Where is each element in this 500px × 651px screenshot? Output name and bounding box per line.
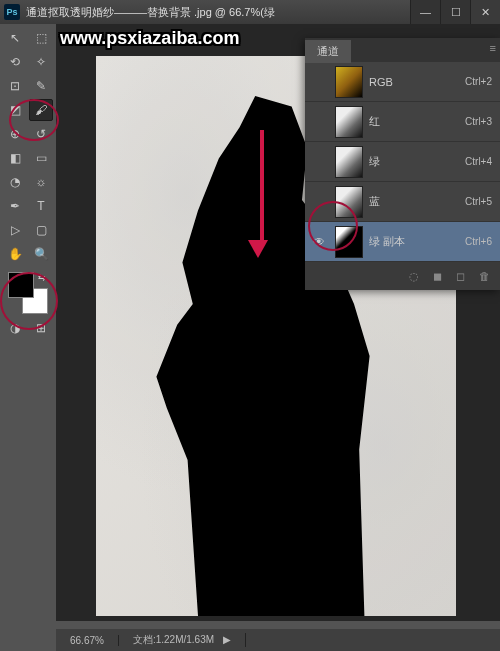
- type-tool[interactable]: T: [29, 195, 53, 217]
- channel-shortcut: Ctrl+4: [465, 156, 492, 167]
- move-tool[interactable]: ↖: [3, 27, 27, 49]
- visibility-icon[interactable]: 👁: [309, 235, 329, 249]
- channels-tab[interactable]: 通道: [305, 40, 351, 65]
- gradient-tool[interactable]: ▭: [29, 147, 53, 169]
- channel-thumbnail[interactable]: [335, 106, 363, 138]
- statusbar: 66.67% 文档:1.22M/1.63M ▶: [56, 629, 500, 651]
- panel-tabbar: 通道 ≡: [305, 38, 500, 62]
- titlebar: Ps 通道抠取透明婚纱———替换背景 .jpg @ 66.7%(绿 — ☐ ✕: [0, 0, 500, 24]
- save-mask-icon[interactable]: ◼: [433, 270, 442, 283]
- channel-row-rgb[interactable]: RGBCtrl+2: [305, 62, 500, 102]
- channel-list: RGBCtrl+2红Ctrl+3绿Ctrl+4蓝Ctrl+5👁绿 副本Ctrl+…: [305, 62, 500, 262]
- eraser-tool[interactable]: ◧: [3, 147, 27, 169]
- channel-name: 绿: [369, 154, 465, 169]
- pen-tool[interactable]: ✒: [3, 195, 27, 217]
- delete-channel-icon[interactable]: 🗑: [479, 270, 490, 282]
- load-selection-icon[interactable]: ◌: [409, 270, 419, 283]
- clone-stamp-tool[interactable]: ⊕: [3, 123, 27, 145]
- channel-name: 绿 副本: [369, 234, 465, 249]
- toolbox: ↖⬚⟲✧⊡✎◩🖌⊕↺◧▭◔☼✒T▷▢✋🔍⇆◑⊞: [0, 24, 56, 651]
- marquee-tool[interactable]: ⬚: [29, 27, 53, 49]
- hand-tool[interactable]: ✋: [3, 243, 27, 265]
- foreground-color[interactable]: [8, 272, 34, 298]
- panel-footer: ◌ ◼ ◻ 🗑: [305, 262, 500, 290]
- channel-name: 蓝: [369, 194, 465, 209]
- screen-mode-tool[interactable]: ⊞: [29, 317, 53, 339]
- maximize-button[interactable]: ☐: [440, 0, 470, 24]
- shape-tool[interactable]: ▢: [29, 219, 53, 241]
- doc-info[interactable]: 文档:1.22M/1.63M ▶: [119, 633, 246, 647]
- ps-logo-icon: Ps: [4, 4, 20, 20]
- swap-colors-icon[interactable]: ⇆: [38, 272, 46, 282]
- channel-name: 红: [369, 114, 465, 129]
- document-title: 通道抠取透明婚纱———替换背景 .jpg @ 66.7%(绿: [26, 5, 410, 20]
- channel-row-r[interactable]: 红Ctrl+3: [305, 102, 500, 142]
- channel-thumbnail[interactable]: [335, 66, 363, 98]
- zoom-tool[interactable]: 🔍: [29, 243, 53, 265]
- channel-thumbnail[interactable]: [335, 226, 363, 258]
- quick-mask-tool[interactable]: ◑: [3, 317, 27, 339]
- minimize-button[interactable]: —: [410, 0, 440, 24]
- chevron-right-icon[interactable]: ▶: [223, 634, 231, 645]
- channel-name: RGB: [369, 76, 465, 88]
- zoom-level[interactable]: 66.67%: [56, 635, 119, 646]
- close-button[interactable]: ✕: [470, 0, 500, 24]
- color-swatch[interactable]: ⇆: [8, 272, 48, 314]
- lasso-tool[interactable]: ⟲: [3, 51, 27, 73]
- new-channel-icon[interactable]: ◻: [456, 270, 465, 283]
- magic-wand-tool[interactable]: ✧: [29, 51, 53, 73]
- channel-shortcut: Ctrl+6: [465, 236, 492, 247]
- blur-tool[interactable]: ◔: [3, 171, 27, 193]
- channel-shortcut: Ctrl+3: [465, 116, 492, 127]
- panel-menu-icon[interactable]: ≡: [490, 42, 496, 54]
- channels-panel: 通道 ≡ RGBCtrl+2红Ctrl+3绿Ctrl+4蓝Ctrl+5👁绿 副本…: [305, 38, 500, 290]
- brush-tool[interactable]: 🖌: [29, 99, 53, 121]
- channel-shortcut: Ctrl+5: [465, 196, 492, 207]
- channel-shortcut: Ctrl+2: [465, 76, 492, 87]
- path-select-tool[interactable]: ▷: [3, 219, 27, 241]
- channel-thumbnail[interactable]: [335, 186, 363, 218]
- history-brush-tool[interactable]: ↺: [29, 123, 53, 145]
- window-buttons: — ☐ ✕: [410, 0, 500, 24]
- channel-row-g[interactable]: 绿Ctrl+4: [305, 142, 500, 182]
- dodge-tool[interactable]: ☼: [29, 171, 53, 193]
- channel-row-b[interactable]: 蓝Ctrl+5: [305, 182, 500, 222]
- channel-thumbnail[interactable]: [335, 146, 363, 178]
- watermark-text: www.psxiazaiba.com: [60, 28, 239, 49]
- crop-tool[interactable]: ⊡: [3, 75, 27, 97]
- channel-row-gc[interactable]: 👁绿 副本Ctrl+6: [305, 222, 500, 262]
- eyedropper-tool[interactable]: ✎: [29, 75, 53, 97]
- healing-brush-tool[interactable]: ◩: [3, 99, 27, 121]
